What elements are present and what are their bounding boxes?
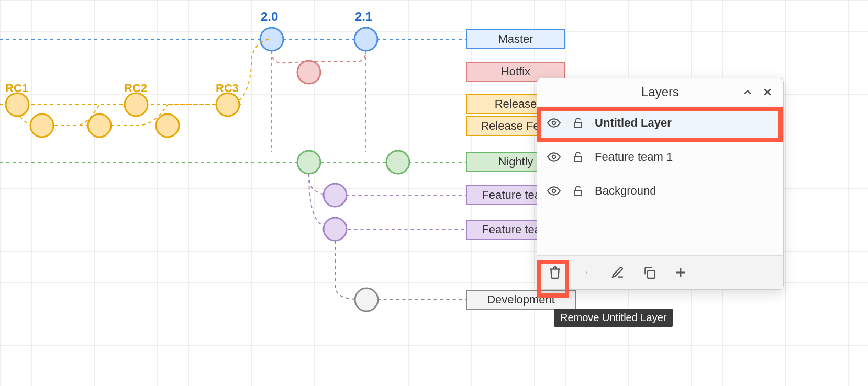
visibility-icon[interactable] bbox=[547, 116, 561, 130]
layer-name: Untitled Layer bbox=[595, 116, 774, 130]
layers-panel-header[interactable]: Layers bbox=[537, 78, 783, 106]
svg-rect-22 bbox=[574, 156, 582, 162]
layer-name: Background bbox=[595, 184, 774, 198]
visibility-icon[interactable] bbox=[547, 150, 561, 164]
svg-point-26 bbox=[586, 272, 586, 273]
lane-master[interactable]: Master bbox=[466, 29, 565, 49]
svg-rect-24 bbox=[574, 190, 582, 196]
layer-row-feature-team-1[interactable]: Feature team 1 bbox=[537, 140, 783, 174]
rc-label-1: RC1 bbox=[5, 82, 28, 95]
more-icon[interactable] bbox=[578, 264, 595, 281]
svg-point-25 bbox=[586, 271, 586, 271]
version-label-2-0: 2.0 bbox=[261, 9, 278, 24]
edit-layer-button[interactable] bbox=[609, 264, 626, 281]
visibility-icon[interactable] bbox=[547, 184, 561, 198]
lock-open-icon[interactable] bbox=[571, 184, 585, 198]
layers-toolbar bbox=[537, 255, 783, 289]
tooltip-remove-layer: Remove Untitled Layer bbox=[554, 309, 673, 327]
duplicate-layer-button[interactable] bbox=[641, 264, 658, 281]
add-layer-button[interactable] bbox=[672, 264, 689, 281]
layer-name: Feature team 1 bbox=[595, 150, 774, 164]
svg-rect-28 bbox=[648, 271, 655, 278]
close-icon[interactable] bbox=[760, 85, 775, 99]
version-label-2-1: 2.1 bbox=[355, 9, 372, 24]
layer-row-untitled[interactable]: Untitled Layer bbox=[537, 106, 783, 140]
svg-point-19 bbox=[552, 121, 556, 125]
lock-open-icon[interactable] bbox=[571, 150, 585, 164]
lane-development[interactable]: Development bbox=[466, 290, 576, 310]
rc-label-2: RC2 bbox=[124, 82, 147, 95]
svg-point-27 bbox=[586, 274, 586, 274]
svg-point-23 bbox=[552, 189, 556, 193]
rc-label-3: RC3 bbox=[216, 82, 239, 95]
delete-layer-button[interactable] bbox=[547, 264, 563, 281]
collapse-icon[interactable] bbox=[740, 85, 755, 99]
layers-panel[interactable]: Layers Untitled Layer Featur bbox=[537, 78, 784, 290]
lock-open-icon[interactable] bbox=[571, 116, 585, 130]
svg-rect-20 bbox=[574, 122, 582, 128]
layer-row-background[interactable]: Background bbox=[537, 174, 783, 208]
svg-point-21 bbox=[552, 155, 556, 159]
layers-panel-title: Layers bbox=[641, 85, 679, 99]
